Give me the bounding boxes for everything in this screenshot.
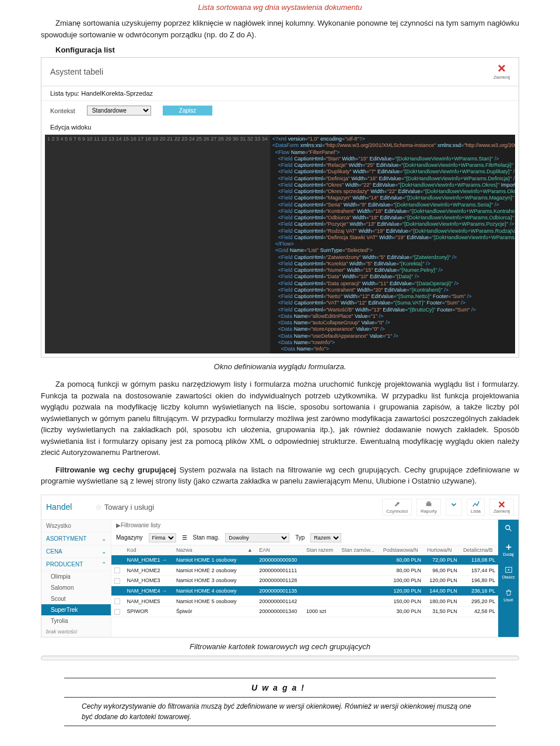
sidebar-footer: brak wartości — [41, 626, 111, 637]
filter-magazyny-label: Magazyny — [116, 534, 143, 541]
sidebar-wszystko[interactable]: Wszystko — [41, 520, 111, 533]
zapisz-button[interactable]: Zapisz — [163, 106, 212, 115]
table-header[interactable]: Hurtowa/N — [424, 545, 460, 555]
row-checkbox[interactable] — [114, 598, 120, 604]
table-header[interactable]: ▲ — [244, 545, 256, 555]
action-lista[interactable]: Lista — [467, 499, 485, 516]
row-checkbox[interactable] — [114, 568, 120, 573]
uwaga-box: Uwaga! Cechy wykorzystywanie do filtrowa… — [64, 678, 496, 726]
scrollbar-decoration — [41, 656, 519, 660]
handel-sidebar: Wszystko ASORTYMENT⌄ CENA⌄ PRODUCENT⌃ Ol… — [41, 520, 111, 637]
paragraph-3-lead: Filtrowanie wg cechy grupującej — [55, 465, 176, 474]
row-checkbox[interactable] — [114, 588, 120, 594]
table-header[interactable] — [111, 545, 124, 555]
sidebar-asortyment[interactable]: ASORTYMENT⌄ — [41, 533, 111, 545]
wrench-icon — [393, 500, 401, 509]
chevron-down-icon — [450, 500, 458, 509]
edit-view-label: Edycja widoku — [41, 120, 519, 135]
delete-button[interactable]: Usuń — [498, 584, 519, 607]
table-header[interactable]: Stan razem — [303, 545, 338, 555]
close-label: Zamknij — [494, 75, 510, 80]
filter-row: Magazyny Firma ☰ Stan mag. Dowolny Typ R… — [111, 531, 498, 545]
printer-icon — [425, 500, 433, 509]
sidebar-sub-tyrolia[interactable]: Tyrolia — [41, 615, 111, 626]
table-header[interactable]: EAN — [256, 545, 303, 555]
plus-icon — [505, 543, 513, 551]
row-checkbox[interactable] — [114, 557, 120, 563]
filter-magazyny-select[interactable]: Firma — [149, 533, 176, 542]
table-row[interactable]: NAM_HOME2Namiot HOME 2 osobowy2000000001… — [111, 565, 498, 576]
handel-title: Handel — [46, 502, 72, 512]
filter-stanmag-label: Stan mag. — [193, 534, 220, 541]
chevron-down-icon: ⌄ — [102, 548, 106, 555]
action-zamknij[interactable]: Zamknij — [489, 499, 514, 516]
paragraph-1: Zmianę sortowania uzyskujemy poprzez kli… — [0, 15, 560, 43]
handel-panel: Handel ☆ Towary i usługi Czynności Rapor… — [41, 495, 519, 638]
close-icon — [497, 64, 506, 73]
open-icon — [505, 566, 513, 574]
table-header[interactable]: Podstawowa/N — [380, 545, 424, 555]
products-table: KodNazwa▲EANStan razemStan zamów...Podst… — [111, 545, 498, 617]
svg-rect-1 — [427, 502, 430, 503]
filter-toggle[interactable]: ▶Filtrowanie listy — [111, 520, 498, 531]
table-row[interactable]: SPIWORŚpiwór20000000013401000 szt30,00 P… — [111, 606, 498, 617]
sidebar-sub-olimpia[interactable]: Olimpia — [41, 571, 111, 582]
action-raporty[interactable]: Raporty — [416, 499, 441, 516]
sidebar-sub-salomon[interactable]: Salomon — [41, 582, 111, 593]
table-header[interactable]: Detaliczna/B — [460, 545, 498, 555]
table-row[interactable]: NAM_HOME5Namiot HOME 5 osobowy2000000001… — [111, 596, 498, 607]
line-gutter: 1 2 3 4 5 6 7 8 9 10 11 12 13 14 15 16 1… — [45, 135, 270, 353]
open-button[interactable]: Otwórz — [498, 561, 519, 584]
list-type-label: Lista typu: HandelKorekta-Sprzedaz — [41, 86, 519, 101]
caption-1: Okno definiowania wyglądu formularza. — [0, 362, 560, 371]
handel-actions: Czynności Raporty Lista Zamknij — [382, 499, 514, 516]
row-checkbox[interactable] — [114, 609, 120, 615]
filter-typ-label: Typ — [295, 534, 304, 541]
svg-point-2 — [505, 526, 509, 530]
table-header[interactable]: Kod — [124, 545, 173, 555]
add-button[interactable]: Dodaj — [498, 538, 519, 561]
uwaga-text: Cechy wykorzystywanie do filtrowania mus… — [64, 699, 496, 724]
sidebar-sub-supertrek[interactable]: SuperTrek — [41, 604, 111, 615]
chevron-down-icon: ⌄ — [102, 535, 106, 542]
handel-subtitle: ☆ Towary i usługi — [95, 503, 154, 512]
arrow-right-icon: → — [162, 557, 167, 563]
xml-editor[interactable]: 1 2 3 4 5 6 7 8 9 10 11 12 13 14 15 16 1… — [45, 135, 515, 353]
close-icon — [498, 500, 506, 509]
arrow-right-icon: → — [162, 588, 167, 594]
kontekst-select[interactable]: Standardowe — [87, 106, 151, 115]
filter-typ-select[interactable]: Razem — [310, 533, 341, 542]
sidebar-sub-scout[interactable]: Scout — [41, 593, 111, 604]
table-row[interactable]: NAM_HOME3Namiot HOME 3 osobowy2000000001… — [111, 576, 498, 586]
list-icon[interactable]: ☰ — [182, 534, 187, 541]
row-checkbox[interactable] — [114, 578, 120, 584]
table-row[interactable]: NAM_HOME1 →Namiot HOME 1 osobowy20000000… — [111, 555, 498, 565]
config-heading: Konfiguracja list — [0, 45, 560, 54]
sidebar-producent[interactable]: PRODUCENT⌃ — [41, 558, 111, 571]
asystent-panel: Asystent tabeli Zamknij Lista typu: Hand… — [41, 57, 519, 358]
chevron-up-icon: ⌃ — [102, 561, 106, 568]
caption-2: Filtrowanie kartotek towarowych wg cech … — [0, 642, 560, 651]
table-header[interactable]: Stan zamów... — [338, 545, 380, 555]
svg-rect-0 — [426, 503, 432, 506]
table-row[interactable]: NAM_HOME4 →Namiot HOME 4 osobowy20000000… — [111, 586, 498, 596]
uwaga-title: Uwaga! — [64, 680, 496, 696]
page-title: Lista sortowana wg dnia wystawienia doku… — [0, 0, 560, 15]
sidebar-cena[interactable]: CENA⌄ — [41, 545, 111, 558]
asystent-title: Asystent tabeli — [50, 67, 103, 76]
trash-icon — [505, 589, 513, 597]
close-button[interactable]: Zamknij — [494, 64, 510, 80]
table-header[interactable]: Nazwa — [173, 545, 244, 555]
action-czynnosci[interactable]: Czynności — [382, 499, 412, 516]
star-icon: ☆ — [95, 503, 102, 512]
filter-stanmag-select[interactable]: Dowolny — [225, 533, 289, 542]
action-expand[interactable] — [446, 499, 462, 516]
action-column: Dodaj Otwórz Usuń — [498, 520, 519, 637]
chart-icon — [472, 500, 480, 509]
kontekst-label: Kontekst — [50, 107, 75, 114]
paragraph-2: Za pomocą funkcji w górnym pasku narzędz… — [0, 376, 560, 461]
magnifier-icon — [505, 524, 513, 533]
paragraph-3: Filtrowanie wg cechy grupującej System p… — [0, 461, 560, 490]
page-number: 12/64 — [0, 744, 560, 746]
search-button[interactable] — [498, 520, 519, 538]
